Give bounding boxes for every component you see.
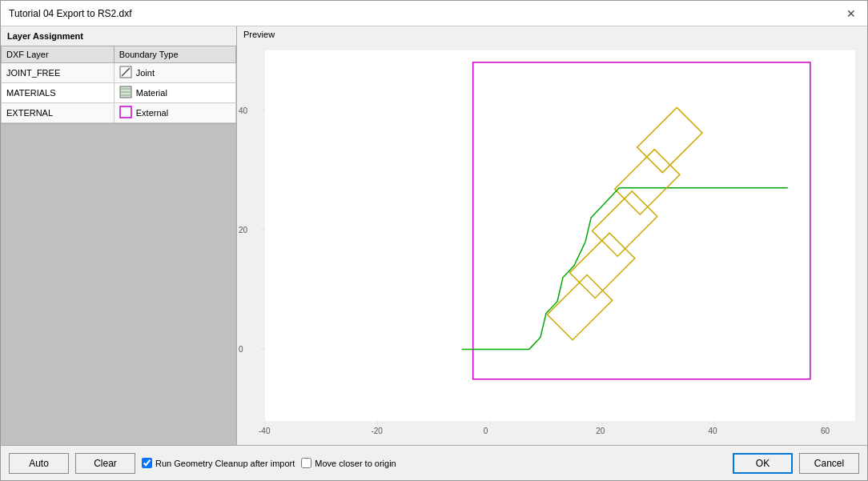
title-bar: Tutorial 04 Export to RS2.dxf ✕ xyxy=(1,1,867,26)
preview-canvas xyxy=(237,42,867,445)
layer-assignment-header: Layer Assignment xyxy=(1,26,236,46)
cancel-button[interactable]: Cancel xyxy=(799,453,859,474)
col-dxf-layer: DXF Layer xyxy=(2,46,115,63)
boundary-type-cell: Joint xyxy=(114,63,235,83)
run-geometry-cleanup-label: Run Geometry Cleanup after import xyxy=(155,459,295,468)
run-geometry-cleanup-checkbox[interactable] xyxy=(142,458,152,468)
ok-button[interactable]: OK xyxy=(733,453,793,474)
joint-icon xyxy=(119,66,132,80)
material-icon xyxy=(119,86,132,100)
main-window: Tutorial 04 Export to RS2.dxf ✕ Layer As… xyxy=(0,0,868,481)
close-button[interactable]: ✕ xyxy=(843,6,859,22)
table-row[interactable]: EXTERNALExternal xyxy=(2,103,236,123)
preview-area xyxy=(237,42,867,445)
layer-table-wrapper: DXF Layer Boundary Type JOINT_FREEJointM… xyxy=(1,46,236,123)
external-icon xyxy=(119,106,132,120)
layer-name-cell: EXTERNAL xyxy=(2,103,115,123)
footer-right: OK Cancel xyxy=(733,453,859,474)
left-fill-area xyxy=(1,123,236,445)
clear-button[interactable]: Clear xyxy=(75,453,135,474)
boundary-label: Material xyxy=(136,88,167,98)
table-row[interactable]: MATERIALSMaterial xyxy=(2,83,236,103)
footer-left: Auto Clear Run Geometry Cleanup after im… xyxy=(9,453,396,474)
left-panel: Layer Assignment DXF Layer Boundary Type… xyxy=(1,26,237,445)
move-closer-label: Move closer to origin xyxy=(315,459,396,468)
boundary-type-cell: Material xyxy=(114,83,235,103)
preview-label: Preview xyxy=(237,26,867,42)
move-closer-group: Move closer to origin xyxy=(301,458,396,468)
layer-table: DXF Layer Boundary Type JOINT_FREEJointM… xyxy=(1,46,236,123)
auto-button[interactable]: Auto xyxy=(9,453,69,474)
svg-rect-6 xyxy=(120,106,131,118)
window-title: Tutorial 04 Export to RS2.dxf xyxy=(9,8,132,19)
right-panel: Preview xyxy=(237,26,867,445)
footer: Auto Clear Run Geometry Cleanup after im… xyxy=(1,445,867,480)
col-boundary-type: Boundary Type xyxy=(114,46,235,63)
move-closer-checkbox[interactable] xyxy=(301,458,311,468)
table-row[interactable]: JOINT_FREEJoint xyxy=(2,63,236,83)
svg-line-1 xyxy=(122,68,130,76)
run-geometry-cleanup-group: Run Geometry Cleanup after import xyxy=(142,458,295,468)
layer-name-cell: MATERIALS xyxy=(2,83,115,103)
layer-name-cell: JOINT_FREE xyxy=(2,63,115,83)
boundary-type-cell: External xyxy=(114,103,235,123)
main-content: Layer Assignment DXF Layer Boundary Type… xyxy=(1,26,867,445)
boundary-label: Joint xyxy=(136,68,155,78)
boundary-label: External xyxy=(136,108,168,118)
